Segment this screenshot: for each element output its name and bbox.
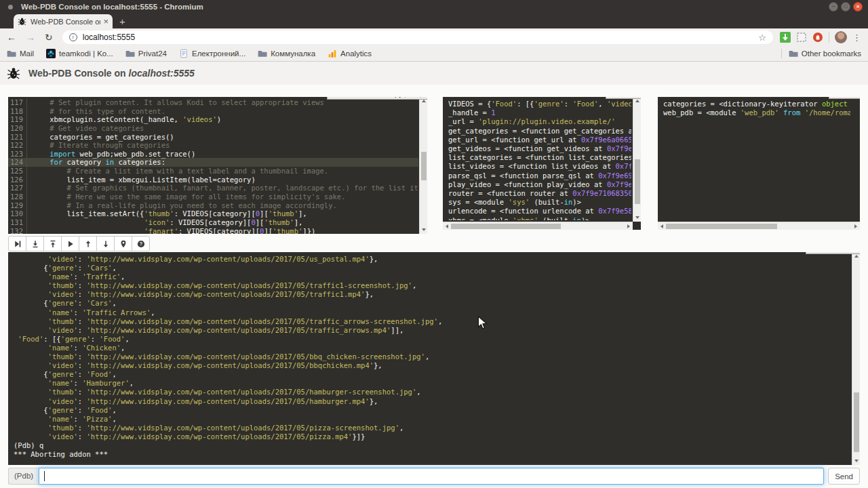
output-line: {'genre': 'Food',: [14, 406, 850, 415]
pdb-console-label: PDB Console: [806, 252, 860, 254]
code-line: 124 for category in categories:: [8, 158, 418, 167]
scroll-right-icon[interactable]: [627, 224, 630, 228]
page-title: Web-PDB Console on localhost:5555: [28, 68, 195, 79]
tab-title: Web-PDB Console on loca: [31, 18, 100, 26]
output-line: VIDEOS = {'Food': [{'genre': 'Food', 'vi…: [448, 100, 631, 108]
command-input[interactable]: [39, 468, 824, 485]
scrollbar-thumb[interactable]: [635, 159, 640, 204]
continue-icon: [66, 240, 75, 248]
bookmark-label: Коммуналка: [271, 49, 315, 58]
window-close-button[interactable]: ×: [853, 2, 863, 12]
mouse-cursor: [477, 316, 488, 333]
return-button[interactable]: [43, 236, 62, 251]
browser-tab[interactable]: Web-PDB Console on loca ×: [14, 14, 113, 28]
bookmarks-list: Mailteamkodi | Ko...Privat24Електронний.…: [7, 49, 384, 58]
tab-close-icon[interactable]: ×: [103, 17, 108, 26]
tab-strip: Web-PDB Console on loca × +: [0, 14, 868, 28]
globals-label: Globals: [606, 97, 641, 99]
url-text[interactable]: localhost:5555: [83, 33, 759, 42]
scroll-right-icon[interactable]: [854, 224, 857, 228]
output-line: list_categories = <function list_categor…: [448, 153, 631, 162]
arrow-up-icon: [84, 240, 92, 248]
step-out-icon: [49, 240, 57, 248]
output-line: play_video = <function play_video at 0x7…: [448, 180, 631, 189]
locals-listing: categories = <dictionary-keyiterator obj…: [663, 100, 850, 220]
line-number: 128: [8, 192, 27, 201]
scroll-down-icon[interactable]: [854, 460, 859, 462]
output-line: 'name': 'Traffic',: [14, 272, 850, 281]
back-button[interactable]: ←: [7, 32, 16, 43]
bookmark-label: Analytics: [340, 49, 372, 58]
code-text: # Set plugin content. It allows Kodi to …: [27, 98, 324, 107]
reload-button[interactable]: ↻: [45, 32, 53, 43]
dashed-box-extension-icon[interactable]: [796, 32, 807, 43]
globals-panel: Globals VIDEOS = {'Food': [{'genre': 'Fo…: [443, 97, 641, 230]
scroll-left-icon[interactable]: [446, 224, 448, 228]
text-caret: [44, 471, 45, 481]
bookmark-item[interactable]: Електронний...: [179, 49, 245, 58]
bookmark-item[interactable]: teamkodi | Ko...: [46, 49, 113, 58]
other-bookmarks-button[interactable]: Other bookmarks: [781, 49, 861, 58]
where-icon: [119, 240, 127, 248]
toolbar-separator: [829, 32, 829, 43]
globals-horizontal-scrollbar[interactable]: [443, 222, 633, 230]
site-info-icon[interactable]: i: [69, 33, 77, 41]
step-button[interactable]: [26, 236, 44, 251]
output-line: 'thumb': 'http://www.vidsplay.com/wp-con…: [14, 317, 850, 326]
forward-button[interactable]: →: [26, 32, 35, 43]
where-button[interactable]: [114, 236, 132, 251]
output-line: 'thumb': 'http://www.vidsplay.com/wp-con…: [14, 352, 850, 361]
line-number: 131: [8, 218, 27, 227]
scroll-up-icon[interactable]: [854, 255, 859, 258]
scroll-down-icon[interactable]: [635, 216, 639, 219]
profile-avatar[interactable]: [835, 31, 847, 43]
send-button[interactable]: Send: [828, 468, 860, 485]
output-line: 'video': 'http://www.vidsplay.com/wp-con…: [14, 326, 850, 335]
locals-horizontal-scrollbar[interactable]: [658, 222, 860, 230]
continue-button[interactable]: [61, 236, 79, 251]
output-line: 'thumb': 'http://www.vidsplay.com/wp-con…: [14, 281, 850, 290]
bookmark-item[interactable]: Mail: [7, 49, 34, 58]
window-minimize-button[interactable]: −: [829, 2, 838, 12]
locals-label: Locals: [829, 97, 860, 99]
scroll-up-icon[interactable]: [635, 100, 639, 102]
bookmark-item[interactable]: Коммуналка: [258, 49, 315, 58]
line-number: 122: [8, 141, 27, 150]
folder-icon: [7, 49, 16, 58]
scrollbar-thumb[interactable]: [451, 224, 561, 229]
scrollbar-thumb[interactable]: [421, 152, 427, 180]
new-tab-button[interactable]: +: [113, 15, 132, 28]
code-vertical-scrollbar[interactable]: [419, 97, 427, 234]
console-vertical-scrollbar[interactable]: [852, 252, 860, 465]
red-circle-extension-icon[interactable]: [812, 32, 823, 43]
output-line: 'thumb': 'http://www.vidsplay.com/wp-con…: [14, 388, 850, 396]
bookmarks-bar: Mailteamkodi | Ko...Privat24Електронний.…: [0, 46, 868, 62]
next-button[interactable]: [8, 236, 26, 251]
scroll-left-icon[interactable]: [660, 224, 663, 228]
globals-vertical-scrollbar[interactable]: [633, 97, 641, 222]
up-button[interactable]: [79, 236, 97, 251]
window-maximize-button[interactable]: □: [841, 2, 850, 12]
scroll-down-icon[interactable]: [422, 228, 426, 231]
folder-icon: [258, 49, 267, 58]
scroll-up-icon[interactable]: [422, 100, 426, 102]
scrollbar-thumb[interactable]: [854, 392, 859, 452]
bookmark-item[interactable]: Analytics: [328, 49, 372, 58]
output-line: sys = <module 'sys' (built-in)>: [448, 198, 631, 207]
help-icon: ?: [137, 240, 145, 248]
green-arrow-extension-icon[interactable]: [780, 32, 791, 43]
line-number: 127: [8, 184, 27, 192]
address-bar[interactable]: i localhost:5555 ☆: [62, 30, 773, 44]
scrollbar-thumb[interactable]: [666, 224, 777, 229]
bookmark-star-icon[interactable]: ☆: [758, 33, 766, 43]
code-line: 125 # Create a list item with a text lab…: [8, 167, 418, 176]
step-forward-icon: [14, 240, 22, 248]
bookmark-item[interactable]: Privat24: [125, 49, 167, 58]
current-file-label: Current file: main.py(124): [327, 97, 427, 100]
debugger-toolbar: ?: [8, 236, 150, 251]
output-line: get_url = <function get_url at 0x7f9e6a0…: [448, 136, 631, 144]
browser-menu-icon[interactable]: ⋮: [852, 33, 861, 43]
window-controls: − □ ×: [829, 2, 863, 12]
help-button[interactable]: ?: [132, 236, 150, 251]
down-button[interactable]: [96, 236, 115, 251]
